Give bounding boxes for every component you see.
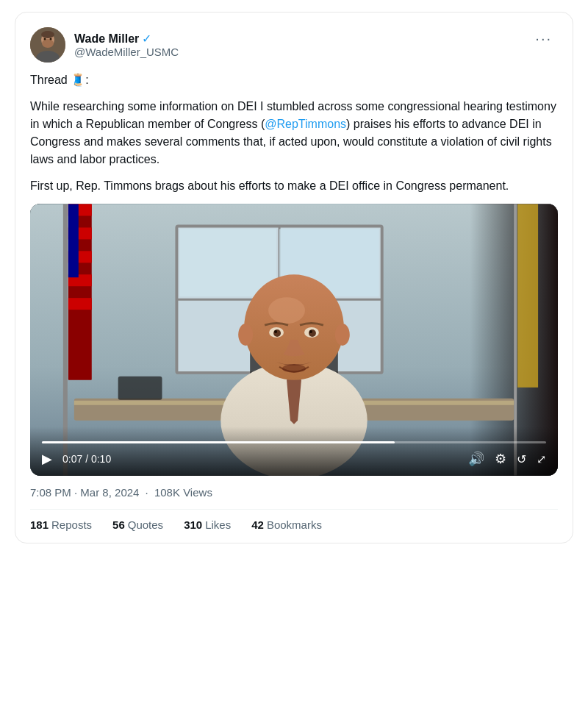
reposts-stat[interactable]: 181 Reposts <box>30 518 92 531</box>
quotes-label: Quotes <box>128 518 163 531</box>
tweet-header-left: Wade Miller ✓ @WadeMiller_USMC <box>30 27 179 63</box>
svg-rect-19 <box>68 298 92 310</box>
video-player[interactable]: ▶ 0:07 / 0:10 🔊 ⚙ ↺ ⤢ <box>30 204 558 476</box>
tweet-header: Wade Miller ✓ @WadeMiller_USMC ··· <box>30 27 558 63</box>
display-name[interactable]: Wade Miller <box>74 32 139 46</box>
tweet-body: Thread 🧵: While researching some informa… <box>30 71 558 195</box>
time-separator: / <box>85 453 91 465</box>
svg-point-4 <box>41 31 54 38</box>
thread-prefix: Thread 🧵: <box>30 74 89 86</box>
svg-point-36 <box>335 324 350 346</box>
paragraph2-block: First up, Rep. Timmons brags about his e… <box>30 177 558 195</box>
time-total: 0:10 <box>91 453 111 465</box>
bookmarks-stat[interactable]: 42 Bookmarks <box>251 518 322 531</box>
controls-row: ▶ 0:07 / 0:10 🔊 ⚙ ↺ ⤢ <box>42 451 546 467</box>
views-count[interactable]: 108K Views <box>154 486 212 499</box>
quotes-count: 56 <box>112 518 125 531</box>
svg-point-39 <box>273 329 281 337</box>
volume-icon[interactable]: 🔊 <box>468 451 484 467</box>
svg-rect-12 <box>179 229 276 296</box>
avatar[interactable] <box>30 27 65 63</box>
svg-rect-23 <box>517 204 538 388</box>
more-options-button[interactable]: ··· <box>529 27 558 50</box>
tweet-card: Wade Miller ✓ @WadeMiller_USMC ··· Threa… <box>15 12 573 543</box>
loop-icon[interactable]: ↺ <box>517 452 526 466</box>
username[interactable]: @WadeMiller_USMC <box>74 46 179 58</box>
settings-icon[interactable]: ⚙ <box>495 451 506 467</box>
svg-point-2 <box>42 39 54 48</box>
tweet-timestamp: 7:08 PM · Mar 8, 2024 · 108K Views <box>30 486 558 499</box>
svg-point-40 <box>309 329 316 337</box>
svg-rect-20 <box>68 204 79 278</box>
time-current: 0:07 <box>62 453 82 465</box>
svg-point-43 <box>282 364 306 373</box>
bookmarks-label: Bookmarks <box>267 518 322 531</box>
progress-fill <box>42 441 395 443</box>
verified-badge: ✓ <box>142 32 151 46</box>
svg-point-34 <box>268 297 305 324</box>
time-display: 0:07 / 0:10 <box>62 453 111 465</box>
reposts-count: 181 <box>30 518 49 531</box>
stats-row: 181 Reposts 56 Quotes 310 Likes 42 Bookm… <box>30 518 558 531</box>
user-info: Wade Miller ✓ @WadeMiller_USMC <box>74 32 179 58</box>
paragraph1-block: While researching some information on DE… <box>30 98 558 168</box>
reposts-label: Reposts <box>51 518 92 531</box>
svg-point-35 <box>238 324 253 346</box>
stats-divider <box>30 509 558 510</box>
video-controls: ▶ 0:07 / 0:10 🔊 ⚙ ↺ ⤢ <box>30 427 558 476</box>
svg-rect-44 <box>118 377 162 400</box>
paragraph2-text: First up, Rep. Timmons brags about his e… <box>30 179 509 192</box>
bookmarks-count: 42 <box>251 518 264 531</box>
quotes-stat[interactable]: 56 Quotes <box>112 518 163 531</box>
svg-point-41 <box>274 330 277 333</box>
svg-point-6 <box>50 38 52 40</box>
thread-prefix-block: Thread 🧵: <box>30 71 558 89</box>
play-button[interactable]: ▶ <box>42 451 52 467</box>
likes-count: 310 <box>184 518 202 531</box>
timestamp-text: 7:08 PM · Mar 8, 2024 <box>30 486 139 499</box>
likes-label: Likes <box>205 518 231 531</box>
mention-reptimmons[interactable]: @RepTimmons <box>265 118 346 130</box>
svg-point-5 <box>44 38 46 40</box>
progress-bar[interactable] <box>42 441 546 443</box>
meta-divider: · <box>146 486 148 499</box>
display-name-row: Wade Miller ✓ <box>74 32 179 46</box>
fullscreen-icon[interactable]: ⤢ <box>537 452 546 466</box>
svg-point-42 <box>309 330 312 333</box>
likes-stat[interactable]: 310 Likes <box>184 518 231 531</box>
